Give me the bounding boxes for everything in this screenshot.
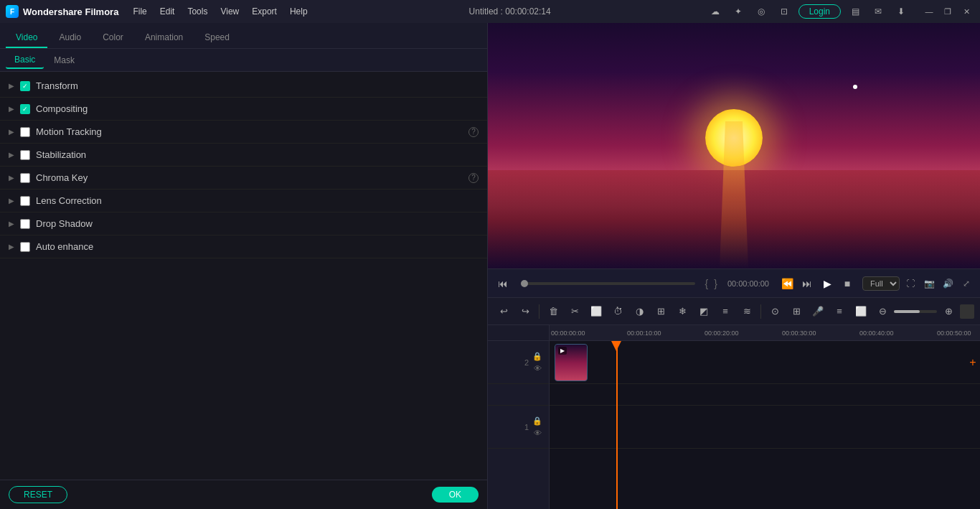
track-2-icons: 🔒 👁 <box>532 351 543 374</box>
mail-icon[interactable]: ✉ <box>870 3 887 20</box>
close-button[interactable]: ✕ <box>958 4 974 19</box>
prop-drop-shadow[interactable]: ▶ Drop Shadow <box>0 213 487 235</box>
zoom-in-button[interactable]: ⊕ <box>938 302 958 322</box>
auto-enhance-checkbox[interactable] <box>20 242 30 252</box>
cart-icon[interactable]: ⊡ <box>776 3 793 20</box>
main-tabs: Video Audio Color Animation Speed <box>0 23 487 49</box>
mic-button[interactable]: 🎤 <box>808 302 828 322</box>
stop-button[interactable]: ■ <box>838 274 857 293</box>
timeline-ruler[interactable]: 00:00:00:00 00:00:10:00 00:00:20:00 00:0… <box>550 325 980 341</box>
timeline-content: 00:00:00:00 00:00:10:00 00:00:20:00 00:0… <box>550 325 980 509</box>
timeline-playhead[interactable] <box>521 280 528 287</box>
audio-eq-button[interactable]: ≡ <box>715 302 735 322</box>
grid-button[interactable]: ⊞ <box>786 302 806 322</box>
lens-correction-checkbox[interactable] <box>20 196 30 206</box>
track-separator-row <box>550 384 980 406</box>
stabilization-checkbox[interactable] <box>20 150 30 160</box>
preview-render-button[interactable]: ≡ <box>829 302 849 322</box>
undo-button[interactable]: ↩ <box>494 302 514 322</box>
menu-export[interactable]: Export <box>246 5 283 18</box>
bracket-left: { <box>704 278 710 289</box>
chroma-key-chevron: ▶ <box>9 174 14 182</box>
mask-button[interactable]: ◩ <box>694 302 714 322</box>
right-toolbar: ⊙ ⊞ 🎤 ≡ ⬜ ⊖ ⊕ <box>765 302 974 322</box>
bottom-area: ↩ ↪ 🗑 ✂ ⬜ ⏱ ◑ ⊞ ❄ ◩ ≡ ≋ ⊙ ⊞ 🎤 ≡ ⬜ <box>488 297 980 509</box>
ok-button[interactable]: OK <box>432 487 479 503</box>
track-separator <box>488 384 549 406</box>
motion-tracking-checkbox[interactable] <box>20 127 30 137</box>
tab-video[interactable]: Video <box>6 28 47 48</box>
prop-transform[interactable]: ▶ ✓ Transform <box>0 75 487 98</box>
step-frame-back-button[interactable]: ⏭ <box>798 274 816 293</box>
pip-icon[interactable]: ⤢ <box>958 276 974 291</box>
track-2-lock[interactable]: 🔒 <box>532 351 543 363</box>
video-clip-2[interactable]: VID_2 <box>555 344 588 381</box>
chroma-key-help-icon[interactable]: ? <box>468 173 479 183</box>
menu-help[interactable]: Help <box>284 5 314 18</box>
ruler-time-1: 00:00:10:00 <box>627 330 661 337</box>
maximize-button[interactable]: ❐ <box>940 4 956 19</box>
chroma-key-checkbox[interactable] <box>20 173 30 183</box>
menu-file[interactable]: File <box>127 5 152 18</box>
prop-auto-enhance[interactable]: ▶ Auto enhance <box>0 235 487 258</box>
rewind-button[interactable]: ⏪ <box>778 274 796 293</box>
minimize-button[interactable]: — <box>921 4 937 19</box>
quality-select[interactable]: Full <box>862 276 900 291</box>
motion-tracking-chevron: ▶ <box>9 128 14 136</box>
sub-tab-mask[interactable]: Mask <box>45 52 83 68</box>
screenshot-icon[interactable]: 📷 <box>921 276 937 291</box>
clip-button[interactable]: ⬜ <box>851 302 871 322</box>
zoom-out-button[interactable]: ⊖ <box>872 302 892 322</box>
cloud-icon[interactable]: ☁ <box>707 3 724 20</box>
tab-audio[interactable]: Audio <box>49 28 91 48</box>
prop-lens-correction[interactable]: ▶ Lens Correction <box>0 190 487 213</box>
add-track-button[interactable]: + <box>966 355 980 370</box>
tab-animation[interactable]: Animation <box>135 28 193 48</box>
play-button[interactable]: ▶ <box>818 274 837 293</box>
sub-tabs: Basic Mask <box>0 49 487 72</box>
save-icon[interactable]: ▤ <box>847 3 864 20</box>
freeze-button[interactable]: ❄ <box>672 302 692 322</box>
titlebar: F Wondershare Filmora File Edit Tools Vi… <box>0 0 980 23</box>
menu-edit[interactable]: Edit <box>154 5 181 18</box>
playhead-triangle <box>611 341 621 351</box>
volume-icon[interactable]: 🔊 <box>940 276 956 291</box>
chroma-key-label: Chroma Key <box>36 172 466 183</box>
track-1-lock[interactable]: 🔒 <box>532 416 543 427</box>
menu-view[interactable]: View <box>215 5 245 18</box>
reset-button[interactable]: RESET <box>9 486 67 503</box>
headset-icon[interactable]: ◎ <box>753 3 770 20</box>
prop-compositing[interactable]: ▶ ✓ Compositing <box>0 98 487 121</box>
audio-wave-button[interactable]: ≋ <box>737 302 757 322</box>
prop-stabilization[interactable]: ▶ Stabilization <box>0 144 487 167</box>
drop-shadow-checkbox[interactable] <box>20 219 30 229</box>
login-button[interactable]: Login <box>798 4 841 19</box>
cut-button[interactable]: ✂ <box>565 302 585 322</box>
toolbar-sep-2 <box>760 304 761 319</box>
redo-button[interactable]: ↪ <box>515 302 535 322</box>
motion-tracking-help-icon[interactable]: ? <box>468 127 479 137</box>
snap-button[interactable]: ⊙ <box>765 302 785 322</box>
preview-timeline[interactable] <box>521 282 695 285</box>
compositing-checkbox[interactable]: ✓ <box>20 104 30 114</box>
pip-button[interactable]: ⊞ <box>651 302 671 322</box>
sub-tab-basic[interactable]: Basic <box>6 52 44 69</box>
prop-chroma-key[interactable]: ▶ Chroma Key ? <box>0 167 487 190</box>
toolbar-sep-1 <box>539 304 540 319</box>
fullscreen-icon[interactable]: ⛶ <box>903 276 918 291</box>
speed-button[interactable]: ⏱ <box>608 302 628 322</box>
transform-checkbox[interactable]: ✓ <box>20 81 30 91</box>
delete-button[interactable]: 🗑 <box>543 302 563 322</box>
zoom-slider[interactable] <box>894 310 937 313</box>
step-back-button[interactable]: ⏮ <box>494 274 512 293</box>
prop-motion-tracking[interactable]: ▶ Motion Tracking ? <box>0 121 487 144</box>
track-1-eye[interactable]: 👁 <box>532 427 543 439</box>
download-icon[interactable]: ⬇ <box>892 3 910 20</box>
sun-icon[interactable]: ✦ <box>730 3 747 20</box>
menu-tools[interactable]: Tools <box>182 5 213 18</box>
tab-color[interactable]: Color <box>93 28 133 48</box>
tab-speed[interactable]: Speed <box>194 28 240 48</box>
color-button[interactable]: ◑ <box>629 302 649 322</box>
crop-button[interactable]: ⬜ <box>586 302 606 322</box>
track-2-eye[interactable]: 👁 <box>532 363 543 374</box>
